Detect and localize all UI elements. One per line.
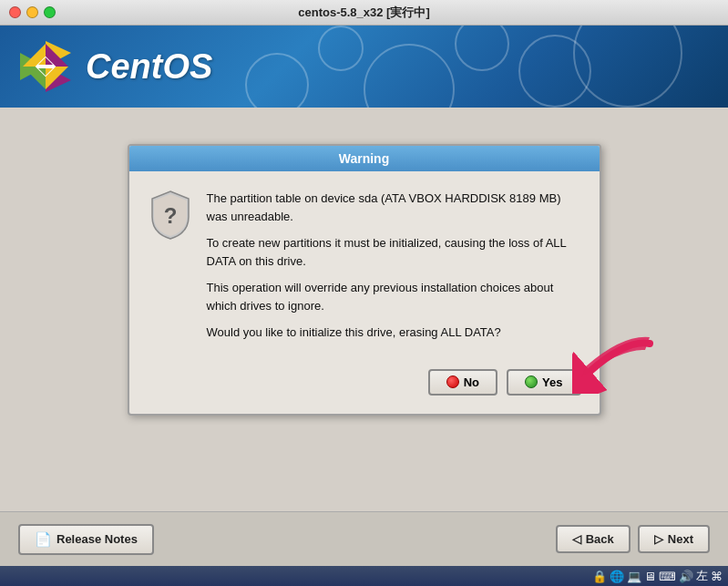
taskbar-icon-3[interactable]: 💻 xyxy=(627,570,641,583)
decor-swirl-5 xyxy=(318,26,364,71)
close-button[interactable] xyxy=(9,6,21,18)
taskbar: 🔒 🌐 💻 🖥 ⌨ 🔊 左 ⌘ xyxy=(0,566,728,586)
decor-swirl-4 xyxy=(364,44,455,108)
decor-swirl-3 xyxy=(455,26,509,71)
maximize-button[interactable] xyxy=(44,6,56,18)
taskbar-icon-7[interactable]: 左 xyxy=(696,568,708,584)
taskbar-icon-1[interactable]: 🔒 xyxy=(592,570,607,583)
taskbar-icon-5[interactable]: ⌨ xyxy=(659,570,676,583)
dialog-titlebar: Warning xyxy=(129,146,600,171)
dialog-title: Warning xyxy=(339,151,389,166)
dialog-message-1: The partition table on device sda (ATA V… xyxy=(207,190,581,225)
footer: 📄 Release Notes ◁ Back ▷ Next xyxy=(0,511,728,566)
release-notes-icon: 📄 xyxy=(35,531,52,548)
back-icon: ◁ xyxy=(572,532,581,546)
yes-button[interactable]: Yes xyxy=(507,369,580,396)
titlebar: centos-5.8_x32 [実行中] xyxy=(0,0,728,26)
dialog-buttons: No Yes xyxy=(129,360,600,414)
dialog-body: ? The partition table on device sda (ATA… xyxy=(129,171,600,360)
next-icon: ▷ xyxy=(654,532,663,546)
taskbar-icon-8[interactable]: ⌘ xyxy=(711,570,723,583)
back-label: Back xyxy=(586,532,614,546)
svg-text:?: ? xyxy=(163,203,177,228)
back-button[interactable]: ◁ Back xyxy=(556,525,631,553)
decor-swirl-6 xyxy=(245,53,309,108)
titlebar-buttons xyxy=(9,6,56,18)
dialog-message-2: To create new partitions it must be init… xyxy=(207,234,581,270)
taskbar-icon-6[interactable]: 🔊 xyxy=(679,570,693,583)
no-icon xyxy=(446,375,459,388)
header: CentOS xyxy=(0,26,728,108)
warning-dialog: Warning ? The partition table on device … xyxy=(128,144,601,416)
taskbar-icon-4[interactable]: 🖥 xyxy=(644,570,656,583)
dialog-message-3: This operation will override any previou… xyxy=(207,279,581,314)
logo-text: CentOS xyxy=(86,47,212,87)
release-notes-label: Release Notes xyxy=(56,532,138,546)
window-title: centos-5.8_x32 [実行中] xyxy=(298,5,430,21)
taskbar-icon-2[interactable]: 🌐 xyxy=(610,570,624,583)
yes-icon xyxy=(525,375,538,388)
next-label: Next xyxy=(668,532,693,546)
minimize-button[interactable] xyxy=(26,6,38,18)
decor-swirl-2 xyxy=(518,35,591,108)
yes-label: Yes xyxy=(542,375,562,389)
footer-left: 📄 Release Notes xyxy=(18,524,154,555)
logo: CentOS xyxy=(18,39,212,94)
release-notes-button[interactable]: 📄 Release Notes xyxy=(18,524,154,555)
dialog-message-4: Would you like to initialize this drive,… xyxy=(207,324,581,342)
no-button[interactable]: No xyxy=(428,369,497,396)
footer-right: ◁ Back ▷ Next xyxy=(556,525,710,553)
no-label: No xyxy=(464,375,479,389)
main-content: Warning ? The partition table on device … xyxy=(0,108,728,531)
next-button[interactable]: ▷ Next xyxy=(638,525,710,553)
warning-icon: ? xyxy=(148,190,193,342)
dialog-text-content: The partition table on device sda (ATA V… xyxy=(207,190,581,342)
centos-logo-icon xyxy=(18,39,73,94)
